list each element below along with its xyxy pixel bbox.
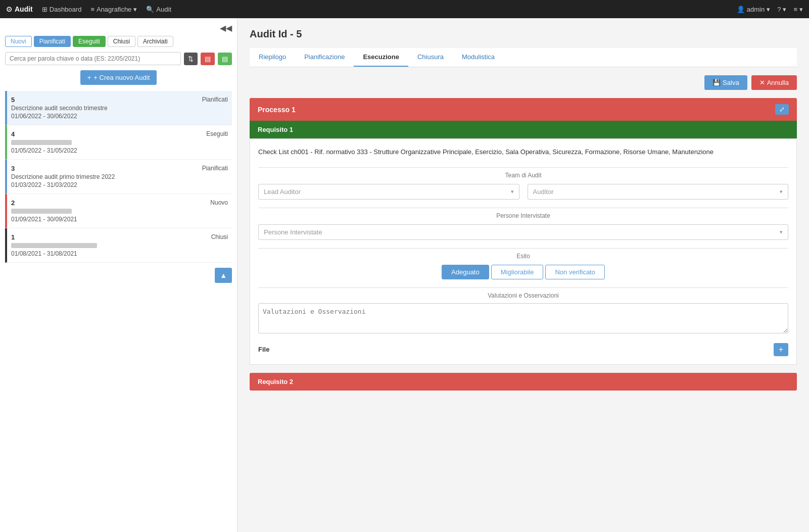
audit-item-left: 2 01/09/2021 - 30/09/2021	[11, 199, 77, 223]
persone-arrow-icon: ▾	[780, 229, 783, 235]
auditor-select[interactable]: Auditor ▾	[528, 184, 789, 200]
navbar-help[interactable]: ? ▾	[777, 6, 786, 13]
audit-item[interactable]: 5 Descrizione audit secondo trimestre 01…	[5, 91, 232, 125]
lead-auditor-select[interactable]: Lead Auditor ▾	[258, 184, 519, 200]
lead-auditor-placeholder: Lead Auditor	[264, 188, 301, 196]
file-add-button[interactable]: +	[774, 343, 788, 356]
tab-esecuzione[interactable]: Esecuzione	[354, 48, 408, 67]
persone-intervistate-select[interactable]: Persone Intervistate ▾	[258, 224, 788, 240]
audit-status: Eseguiti	[206, 130, 228, 137]
audit-desc-placeholder	[11, 209, 72, 214]
process-expand-button[interactable]: ⤢	[775, 104, 789, 115]
sidebar: ◀◀ Nuovi Pianificati Eseguiti Chiusi Arc…	[0, 18, 237, 532]
filter-tab-pianificati[interactable]: Pianificati	[34, 36, 71, 47]
tab-riepilogo[interactable]: Riepilogo	[250, 48, 295, 67]
audit-list: 5 Descrizione audit secondo trimestre 01…	[5, 91, 232, 263]
navbar-anagrafiche[interactable]: ≡ Anagrafiche ▾	[90, 6, 137, 13]
team-label: Team di Audit	[258, 172, 788, 179]
process-block: Processo 1 ⤢ Requisito 1 Check List ch00…	[250, 98, 797, 391]
filter-tab-eseguiti[interactable]: Eseguiti	[73, 36, 106, 47]
requisito-body: Check List ch001 - Rif. normativo 333 - …	[250, 138, 797, 365]
tab-chiusura[interactable]: Chiusura	[408, 48, 453, 67]
tab-modulistica[interactable]: Modulistica	[453, 48, 504, 67]
cancel-icon: ✕	[759, 79, 765, 86]
audit-date: 01/09/2021 - 30/09/2021	[11, 216, 77, 223]
audit-item[interactable]: 1 01/08/2021 - 31/08/2021 Chiusi	[5, 228, 232, 263]
navbar-user[interactable]: 👤 admin ▾	[737, 6, 770, 13]
search-input[interactable]	[5, 52, 181, 65]
esito-divider	[258, 248, 788, 249]
esito-row: Adeguato Migliorabile Non verificato	[258, 265, 788, 279]
save-icon: 💾	[712, 79, 721, 86]
esito-migliorabile-button[interactable]: Migliorabile	[491, 265, 544, 279]
anagrafiche-dropdown-icon: ▾	[133, 6, 137, 13]
process-header: Processo 1 ⤢	[250, 98, 797, 121]
navbar-dashboard[interactable]: ⊞ Dashboard	[42, 6, 82, 13]
valutazioni-textarea[interactable]	[258, 303, 788, 333]
valutazioni-label: Valutazioni e Osservazioni	[258, 292, 788, 299]
filter-tab-archiviati[interactable]: Archiviati	[137, 36, 173, 47]
audit-id: 3	[11, 165, 115, 172]
esito-label: Esito	[258, 253, 788, 260]
sidebar-collapse-button[interactable]: ◀◀	[220, 23, 232, 33]
team-divider	[258, 167, 788, 168]
filter-tab-nuovi[interactable]: Nuovi	[5, 36, 32, 47]
create-audit-button[interactable]: + + Crea nuovo Audit	[80, 70, 157, 85]
audit-id: 5	[11, 96, 108, 104]
persone-label: Persone Intervistate	[258, 212, 788, 219]
sort-button[interactable]: ⇅	[184, 53, 198, 65]
filter-tab-chiusi[interactable]: Chiusi	[108, 36, 135, 47]
audit-item[interactable]: 2 01/09/2021 - 30/09/2021 Nuovo	[5, 194, 232, 228]
tab-pianificazione[interactable]: Pianificazione	[295, 48, 354, 67]
persone-divider	[258, 208, 788, 208]
audit-date: 01/03/2022 - 31/03/2022	[11, 181, 115, 188]
audit-id: 2	[11, 199, 77, 207]
audit-item-left: 3 Descrizione audit primo trimestre 2022…	[11, 165, 115, 188]
checklist-text: Check List ch001 - Rif. normativo 333 - …	[258, 147, 788, 157]
audit-desc-placeholder	[11, 243, 97, 248]
dashboard-icon: ⊞	[42, 6, 47, 13]
filter-red-button[interactable]: ▤	[201, 53, 215, 65]
tabs: Riepilogo Pianificazione Esecuzione Chiu…	[250, 48, 797, 67]
esito-non-verificato-button[interactable]: Non verificato	[545, 265, 604, 279]
user-icon: 👤	[737, 6, 745, 13]
navbar-hamburger[interactable]: ≡ ▾	[793, 6, 803, 13]
save-button[interactable]: 💾 Salva	[704, 75, 747, 90]
audit-item-left: 4 01/05/2022 - 31/05/2022	[11, 130, 77, 154]
audit-desc: Descrizione audit secondo trimestre	[11, 105, 108, 112]
persone-placeholder: Persone Intervistate	[264, 228, 322, 236]
persone-row: Persone Intervistate ▾	[258, 224, 788, 240]
scroll-top-button[interactable]: ▲	[215, 268, 232, 283]
lead-auditor-arrow-icon: ▾	[511, 188, 514, 195]
team-row: Lead Auditor ▾ Auditor ▾	[258, 184, 788, 200]
auditor-arrow-icon: ▾	[780, 188, 783, 195]
auditor-placeholder: Auditor	[533, 188, 554, 196]
requisito-header: Requisito 1	[250, 121, 797, 138]
cancel-button[interactable]: ✕ Annulla	[751, 75, 797, 90]
file-row: File +	[258, 343, 788, 356]
audit-status: Pianificati	[202, 165, 228, 172]
navbar: ⊙ Audit ⊞ Dashboard ≡ Anagrafiche ▾ 🔍 Au…	[0, 0, 809, 18]
audit-id: 1	[11, 233, 97, 241]
list-icon: ≡	[90, 6, 94, 13]
action-bar: 💾 Salva ✕ Annulla	[250, 75, 797, 90]
audit-desc: Descrizione audit primo trimestre 2022	[11, 173, 115, 180]
filter-green-button[interactable]: ▤	[218, 53, 232, 65]
navbar-brand-label: Audit	[15, 5, 33, 13]
requisito2-header: Requisito 2	[250, 373, 797, 391]
audit-date: 01/08/2021 - 31/08/2021	[11, 250, 97, 257]
plus-icon: +	[87, 74, 91, 81]
process-title: Processo 1	[258, 106, 296, 114]
audit-date: 01/05/2022 - 31/05/2022	[11, 147, 77, 154]
navbar-audit[interactable]: 🔍 Audit	[146, 6, 171, 13]
search-nav-icon: 🔍	[146, 6, 154, 13]
navbar-brand: ⊙ Audit	[6, 5, 33, 13]
audit-status: Chiusi	[211, 233, 228, 240]
hamburger-dropdown-icon: ▾	[799, 6, 803, 13]
audit-item[interactable]: 4 01/05/2022 - 31/05/2022 Eseguiti	[5, 125, 232, 160]
audit-item[interactable]: 3 Descrizione audit primo trimestre 2022…	[5, 160, 232, 194]
main-content: Audit Id - 5 Riepilogo Pianificazione Es…	[237, 18, 809, 532]
audit-status: Pianificati	[202, 96, 228, 103]
audit-item-left: 1 01/08/2021 - 31/08/2021	[11, 233, 97, 257]
esito-adeguato-button[interactable]: Adeguato	[442, 265, 489, 279]
